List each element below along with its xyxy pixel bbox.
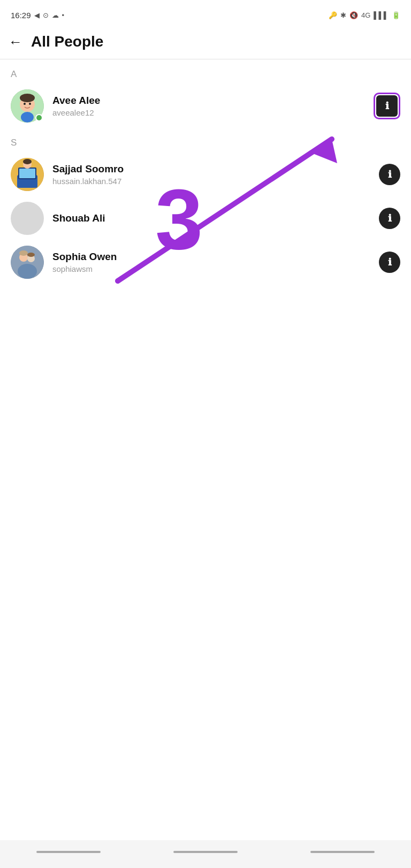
info-button-sophia[interactable]: ℹ	[379, 252, 400, 273]
svg-point-3	[24, 103, 26, 105]
svg-point-4	[29, 103, 31, 105]
location-icon: ◀	[34, 11, 40, 19]
page-title: All People	[31, 33, 103, 50]
nav-indicator-2	[173, 851, 238, 853]
contact-item-sophia[interactable]: Sophia Owen sophiawsm ℹ	[0, 240, 411, 284]
contact-info-sajjad: Sajjad Soomro hussain.lakhan.547	[52, 163, 370, 186]
avatar-sophia	[11, 246, 44, 279]
contact-item-avee[interactable]: Avee Alee aveealee12 ℹ	[0, 84, 411, 128]
header: ← All People	[0, 28, 411, 59]
nav-indicator	[36, 851, 101, 853]
contact-username-avee: aveealee12	[52, 108, 365, 117]
signal-icon: ▌▌▌	[374, 11, 389, 19]
info-icon-sophia: ℹ	[388, 256, 392, 268]
svg-point-17	[18, 264, 37, 279]
svg-point-16	[27, 253, 35, 257]
contact-name-avee: Avee Alee	[52, 95, 365, 106]
section-a: A	[0, 59, 411, 128]
section-s: S Sajjad Soomr	[0, 128, 411, 284]
section-label-a: A	[0, 59, 411, 84]
contact-info-avee: Avee Alee aveealee12	[52, 95, 365, 117]
svg-point-14	[19, 250, 28, 256]
bottom-navigation	[0, 840, 411, 868]
contact-item-shouab[interactable]: Shouab Ali ℹ	[0, 196, 411, 240]
info-button-avee[interactable]: ℹ	[376, 95, 398, 117]
info-icon-sajjad: ℹ	[388, 169, 392, 180]
status-left: 16:29 ◀ ⊙ ☁ •	[11, 11, 64, 20]
svg-rect-9	[19, 169, 35, 178]
contact-info-sophia: Sophia Owen sophiawsm	[52, 251, 370, 273]
network-icon: 4G	[361, 11, 370, 19]
contact-name-shouab: Shouab Ali	[52, 212, 370, 224]
cloud-icon: ☁	[52, 11, 59, 19]
contact-item-sajjad[interactable]: Sajjad Soomro hussain.lakhan.547 ℹ	[0, 153, 411, 196]
mute-icon: 🔇	[349, 11, 358, 19]
bluetooth-icon: ✱	[340, 11, 346, 19]
key-icon: 🔑	[329, 11, 337, 19]
section-label-s: S	[0, 128, 411, 153]
status-time: 16:29	[11, 11, 31, 20]
status-bar: 16:29 ◀ ⊙ ☁ • 🔑 ✱ 🔇 4G ▌▌▌ 🔋	[0, 0, 411, 28]
info-button-sajjad[interactable]: ℹ	[379, 164, 400, 185]
svg-point-2	[20, 94, 35, 102]
contact-username-sajjad: hussain.lakhan.547	[52, 177, 370, 186]
info-icon-shouab: ℹ	[388, 212, 392, 224]
svg-point-5	[21, 112, 34, 123]
contact-name-sajjad: Sajjad Soomro	[52, 163, 370, 175]
avatar-image-sophia	[11, 246, 44, 279]
clock-icon: ⊙	[43, 11, 49, 19]
info-button-shouab[interactable]: ℹ	[379, 208, 400, 229]
avatar-avee	[11, 89, 44, 123]
battery-icon: 🔋	[392, 11, 400, 19]
back-button[interactable]: ←	[9, 35, 22, 49]
avatar-image-sajjad	[11, 158, 44, 191]
info-button-highlighted-avee[interactable]: ℹ	[374, 93, 400, 119]
online-indicator-avee	[35, 114, 43, 121]
contact-info-shouab: Shouab Ali	[52, 212, 370, 224]
contact-name-sophia: Sophia Owen	[52, 251, 370, 263]
info-icon-avee: ℹ	[385, 100, 389, 112]
avatar-sajjad	[11, 158, 44, 191]
avatar-shouab	[11, 202, 44, 235]
svg-point-11	[23, 159, 32, 164]
status-right: 🔑 ✱ 🔇 4G ▌▌▌ 🔋	[329, 11, 400, 19]
dot-icon: •	[62, 11, 65, 19]
contact-username-sophia: sophiawsm	[52, 264, 370, 273]
nav-indicator-3	[310, 851, 375, 853]
